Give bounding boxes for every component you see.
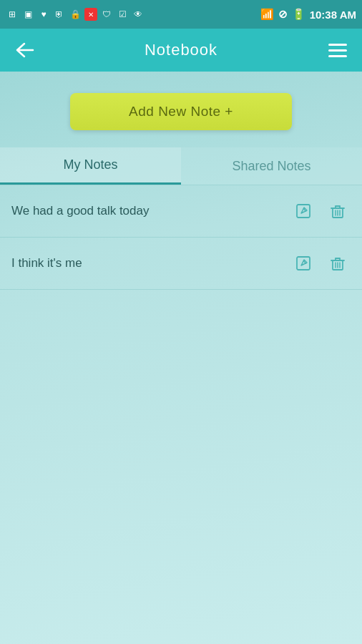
lock-icon: 🔒 [69, 8, 82, 21]
no-signal-icon: ⊘ [278, 8, 288, 21]
menu-line-3 [328, 55, 347, 57]
eye-icon: 👁 [132, 8, 145, 21]
edit-note-button-1[interactable] [290, 198, 316, 224]
note-actions-2 [290, 250, 351, 276]
add-note-container: Add New Note + [0, 86, 362, 147]
status-bar: ⊞ ▣ ♥ ⛨ 🔒 ✕ 🛡 ☑ 👁 📶 ⊘ 🔋 10:38 AM [0, 0, 362, 29]
note-text-1: We had a good talk today [11, 203, 282, 220]
heart-icon: ♥ [37, 8, 50, 21]
shield-icon: ⛨ [53, 8, 66, 21]
status-bar-right: 📶 ⊘ 🔋 10:38 AM [260, 8, 356, 21]
notification-icon: ⊞ [6, 8, 19, 21]
note-text-2: I think it's me [11, 255, 282, 272]
status-bar-left: ⊞ ▣ ♥ ⛨ 🔒 ✕ 🛡 ☑ 👁 [6, 8, 145, 21]
svg-rect-10 [297, 257, 310, 270]
close-icon: ✕ [84, 8, 97, 21]
notes-list: We had a good talk today [0, 185, 362, 290]
main-content: Add New Note + My Notes Shared Notes We … [0, 72, 362, 644]
time-display: 10:38 AM [310, 9, 356, 21]
svg-rect-0 [297, 205, 310, 218]
battery-icon: 🔋 [292, 8, 305, 21]
image-icon: ▣ [21, 8, 34, 21]
note-item-2: I think it's me [0, 238, 362, 290]
wifi-icon: 📶 [260, 8, 274, 21]
menu-button[interactable] [325, 37, 351, 63]
back-button[interactable] [11, 37, 37, 63]
edit-note-button-2[interactable] [290, 250, 316, 276]
note-item-1: We had a good talk today [0, 185, 362, 238]
header-title: Notebook [145, 41, 217, 59]
shield2-icon: 🛡 [100, 8, 113, 21]
tabs: My Notes Shared Notes [0, 147, 362, 185]
delete-note-button-1[interactable] [325, 198, 351, 224]
menu-line-2 [328, 49, 347, 52]
menu-line-1 [328, 44, 347, 46]
check-icon: ☑ [116, 8, 129, 21]
delete-note-button-2[interactable] [325, 250, 351, 276]
add-note-button[interactable]: Add New Note + [70, 93, 292, 130]
back-icon [13, 40, 36, 60]
tab-my-notes[interactable]: My Notes [0, 147, 181, 185]
tab-shared-notes[interactable]: Shared Notes [181, 147, 362, 185]
header: Notebook [0, 29, 362, 72]
note-actions-1 [290, 198, 351, 224]
